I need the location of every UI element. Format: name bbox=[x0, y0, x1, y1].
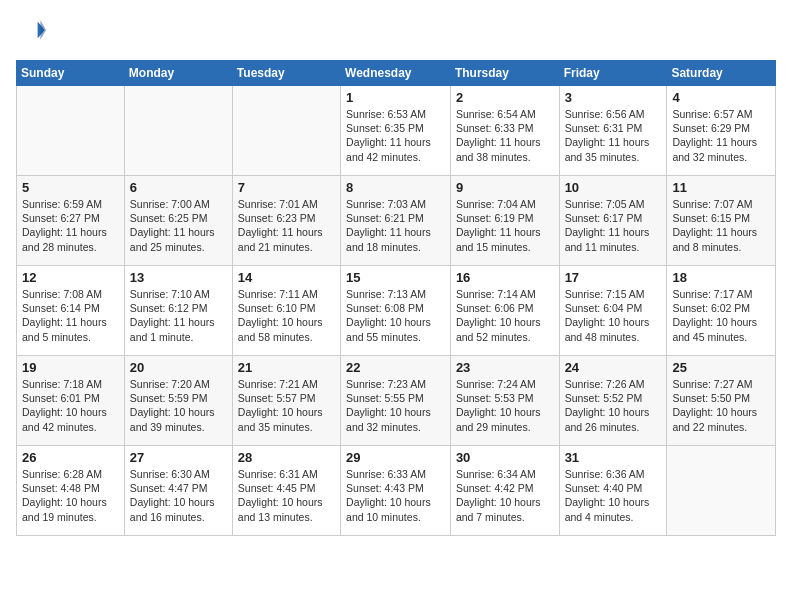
page-header bbox=[16, 16, 776, 48]
day-info: Sunrise: 7:13 AM Sunset: 6:08 PM Dayligh… bbox=[346, 287, 445, 344]
day-info: Sunrise: 6:56 AM Sunset: 6:31 PM Dayligh… bbox=[565, 107, 662, 164]
calendar-cell: 12Sunrise: 7:08 AM Sunset: 6:14 PM Dayli… bbox=[17, 266, 125, 356]
day-info: Sunrise: 7:05 AM Sunset: 6:17 PM Dayligh… bbox=[565, 197, 662, 254]
day-info: Sunrise: 7:27 AM Sunset: 5:50 PM Dayligh… bbox=[672, 377, 770, 434]
calendar-cell: 14Sunrise: 7:11 AM Sunset: 6:10 PM Dayli… bbox=[232, 266, 340, 356]
weekday-header-row: SundayMondayTuesdayWednesdayThursdayFrid… bbox=[17, 61, 776, 86]
day-number: 29 bbox=[346, 450, 445, 465]
weekday-header-saturday: Saturday bbox=[667, 61, 776, 86]
calendar-cell: 10Sunrise: 7:05 AM Sunset: 6:17 PM Dayli… bbox=[559, 176, 667, 266]
weekday-header-friday: Friday bbox=[559, 61, 667, 86]
day-number: 12 bbox=[22, 270, 119, 285]
day-info: Sunrise: 7:00 AM Sunset: 6:25 PM Dayligh… bbox=[130, 197, 227, 254]
calendar-cell: 16Sunrise: 7:14 AM Sunset: 6:06 PM Dayli… bbox=[450, 266, 559, 356]
day-number: 7 bbox=[238, 180, 335, 195]
day-number: 20 bbox=[130, 360, 227, 375]
week-row-3: 12Sunrise: 7:08 AM Sunset: 6:14 PM Dayli… bbox=[17, 266, 776, 356]
calendar-cell: 7Sunrise: 7:01 AM Sunset: 6:23 PM Daylig… bbox=[232, 176, 340, 266]
week-row-2: 5Sunrise: 6:59 AM Sunset: 6:27 PM Daylig… bbox=[17, 176, 776, 266]
calendar-cell: 18Sunrise: 7:17 AM Sunset: 6:02 PM Dayli… bbox=[667, 266, 776, 356]
day-number: 10 bbox=[565, 180, 662, 195]
day-number: 5 bbox=[22, 180, 119, 195]
day-number: 2 bbox=[456, 90, 554, 105]
day-info: Sunrise: 7:14 AM Sunset: 6:06 PM Dayligh… bbox=[456, 287, 554, 344]
calendar-cell: 30Sunrise: 6:34 AM Sunset: 4:42 PM Dayli… bbox=[450, 446, 559, 536]
calendar-cell: 15Sunrise: 7:13 AM Sunset: 6:08 PM Dayli… bbox=[341, 266, 451, 356]
calendar-cell: 11Sunrise: 7:07 AM Sunset: 6:15 PM Dayli… bbox=[667, 176, 776, 266]
calendar-cell: 20Sunrise: 7:20 AM Sunset: 5:59 PM Dayli… bbox=[124, 356, 232, 446]
logo-icon bbox=[18, 16, 46, 44]
calendar-cell: 3Sunrise: 6:56 AM Sunset: 6:31 PM Daylig… bbox=[559, 86, 667, 176]
day-info: Sunrise: 6:30 AM Sunset: 4:47 PM Dayligh… bbox=[130, 467, 227, 524]
calendar-cell: 21Sunrise: 7:21 AM Sunset: 5:57 PM Dayli… bbox=[232, 356, 340, 446]
calendar-cell: 23Sunrise: 7:24 AM Sunset: 5:53 PM Dayli… bbox=[450, 356, 559, 446]
day-number: 19 bbox=[22, 360, 119, 375]
calendar-cell bbox=[667, 446, 776, 536]
calendar-cell: 1Sunrise: 6:53 AM Sunset: 6:35 PM Daylig… bbox=[341, 86, 451, 176]
calendar-cell: 13Sunrise: 7:10 AM Sunset: 6:12 PM Dayli… bbox=[124, 266, 232, 356]
day-number: 21 bbox=[238, 360, 335, 375]
calendar-cell bbox=[124, 86, 232, 176]
day-number: 25 bbox=[672, 360, 770, 375]
day-number: 11 bbox=[672, 180, 770, 195]
calendar-cell: 2Sunrise: 6:54 AM Sunset: 6:33 PM Daylig… bbox=[450, 86, 559, 176]
weekday-header-sunday: Sunday bbox=[17, 61, 125, 86]
calendar-cell: 22Sunrise: 7:23 AM Sunset: 5:55 PM Dayli… bbox=[341, 356, 451, 446]
day-info: Sunrise: 6:57 AM Sunset: 6:29 PM Dayligh… bbox=[672, 107, 770, 164]
day-number: 31 bbox=[565, 450, 662, 465]
calendar-cell bbox=[17, 86, 125, 176]
day-info: Sunrise: 7:10 AM Sunset: 6:12 PM Dayligh… bbox=[130, 287, 227, 344]
calendar-cell: 29Sunrise: 6:33 AM Sunset: 4:43 PM Dayli… bbox=[341, 446, 451, 536]
week-row-4: 19Sunrise: 7:18 AM Sunset: 6:01 PM Dayli… bbox=[17, 356, 776, 446]
day-info: Sunrise: 6:28 AM Sunset: 4:48 PM Dayligh… bbox=[22, 467, 119, 524]
day-info: Sunrise: 6:36 AM Sunset: 4:40 PM Dayligh… bbox=[565, 467, 662, 524]
day-number: 15 bbox=[346, 270, 445, 285]
day-number: 17 bbox=[565, 270, 662, 285]
calendar-cell: 24Sunrise: 7:26 AM Sunset: 5:52 PM Dayli… bbox=[559, 356, 667, 446]
week-row-1: 1Sunrise: 6:53 AM Sunset: 6:35 PM Daylig… bbox=[17, 86, 776, 176]
calendar-table: SundayMondayTuesdayWednesdayThursdayFrid… bbox=[16, 60, 776, 536]
calendar-cell: 8Sunrise: 7:03 AM Sunset: 6:21 PM Daylig… bbox=[341, 176, 451, 266]
day-number: 22 bbox=[346, 360, 445, 375]
day-info: Sunrise: 6:53 AM Sunset: 6:35 PM Dayligh… bbox=[346, 107, 445, 164]
calendar-cell bbox=[232, 86, 340, 176]
calendar-cell: 17Sunrise: 7:15 AM Sunset: 6:04 PM Dayli… bbox=[559, 266, 667, 356]
day-number: 18 bbox=[672, 270, 770, 285]
weekday-header-tuesday: Tuesday bbox=[232, 61, 340, 86]
calendar-cell: 27Sunrise: 6:30 AM Sunset: 4:47 PM Dayli… bbox=[124, 446, 232, 536]
day-number: 30 bbox=[456, 450, 554, 465]
day-number: 27 bbox=[130, 450, 227, 465]
logo bbox=[16, 16, 48, 48]
calendar-cell: 4Sunrise: 6:57 AM Sunset: 6:29 PM Daylig… bbox=[667, 86, 776, 176]
day-number: 9 bbox=[456, 180, 554, 195]
weekday-header-thursday: Thursday bbox=[450, 61, 559, 86]
day-info: Sunrise: 6:31 AM Sunset: 4:45 PM Dayligh… bbox=[238, 467, 335, 524]
day-info: Sunrise: 6:54 AM Sunset: 6:33 PM Dayligh… bbox=[456, 107, 554, 164]
calendar-cell: 5Sunrise: 6:59 AM Sunset: 6:27 PM Daylig… bbox=[17, 176, 125, 266]
calendar-cell: 26Sunrise: 6:28 AM Sunset: 4:48 PM Dayli… bbox=[17, 446, 125, 536]
day-number: 26 bbox=[22, 450, 119, 465]
day-info: Sunrise: 6:59 AM Sunset: 6:27 PM Dayligh… bbox=[22, 197, 119, 254]
day-number: 14 bbox=[238, 270, 335, 285]
calendar-cell: 9Sunrise: 7:04 AM Sunset: 6:19 PM Daylig… bbox=[450, 176, 559, 266]
day-info: Sunrise: 7:01 AM Sunset: 6:23 PM Dayligh… bbox=[238, 197, 335, 254]
day-number: 3 bbox=[565, 90, 662, 105]
day-info: Sunrise: 7:03 AM Sunset: 6:21 PM Dayligh… bbox=[346, 197, 445, 254]
day-info: Sunrise: 7:17 AM Sunset: 6:02 PM Dayligh… bbox=[672, 287, 770, 344]
day-info: Sunrise: 6:33 AM Sunset: 4:43 PM Dayligh… bbox=[346, 467, 445, 524]
calendar-cell: 6Sunrise: 7:00 AM Sunset: 6:25 PM Daylig… bbox=[124, 176, 232, 266]
day-number: 1 bbox=[346, 90, 445, 105]
weekday-header-wednesday: Wednesday bbox=[341, 61, 451, 86]
day-number: 24 bbox=[565, 360, 662, 375]
day-number: 16 bbox=[456, 270, 554, 285]
day-number: 28 bbox=[238, 450, 335, 465]
day-info: Sunrise: 7:21 AM Sunset: 5:57 PM Dayligh… bbox=[238, 377, 335, 434]
day-info: Sunrise: 7:11 AM Sunset: 6:10 PM Dayligh… bbox=[238, 287, 335, 344]
day-number: 23 bbox=[456, 360, 554, 375]
weekday-header-monday: Monday bbox=[124, 61, 232, 86]
day-info: Sunrise: 7:20 AM Sunset: 5:59 PM Dayligh… bbox=[130, 377, 227, 434]
day-number: 8 bbox=[346, 180, 445, 195]
day-info: Sunrise: 7:07 AM Sunset: 6:15 PM Dayligh… bbox=[672, 197, 770, 254]
calendar-cell: 19Sunrise: 7:18 AM Sunset: 6:01 PM Dayli… bbox=[17, 356, 125, 446]
day-info: Sunrise: 7:04 AM Sunset: 6:19 PM Dayligh… bbox=[456, 197, 554, 254]
